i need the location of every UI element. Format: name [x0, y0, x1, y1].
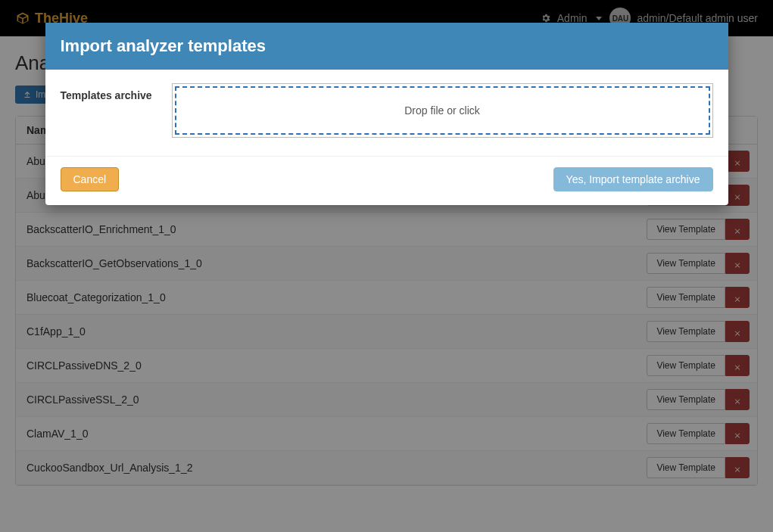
modal-body: Templates archive Drop file or click	[45, 70, 728, 156]
confirm-import-button[interactable]: Yes, Import template archive	[553, 167, 713, 191]
modal-footer: Cancel Yes, Import template archive	[45, 156, 728, 205]
modal-title: Import analyzer templates	[45, 23, 728, 70]
archive-label: Templates archive	[61, 83, 163, 101]
modal-backdrop[interactable]: Import analyzer templates Templates arch…	[0, 0, 773, 532]
dropzone-text: Drop file or click	[404, 104, 480, 117]
import-modal: Import analyzer templates Templates arch…	[45, 23, 728, 205]
cancel-button[interactable]: Cancel	[61, 167, 120, 191]
file-dropzone[interactable]: Drop file or click	[175, 86, 710, 135]
dropzone-wrapper: Drop file or click	[172, 83, 713, 138]
